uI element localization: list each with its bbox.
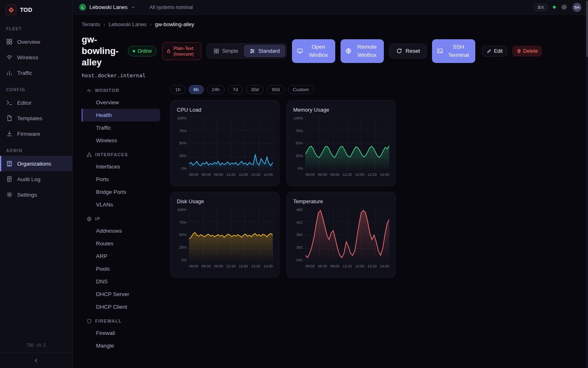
y-tick-label: 25%	[179, 246, 187, 249]
subnav-item-interfaces[interactable]: Interfaces	[82, 160, 160, 173]
subnav-item-firewall[interactable]: Firewall	[82, 327, 160, 339]
mode-standard-label: Standard	[258, 48, 280, 54]
edit-button[interactable]: Edit	[482, 46, 507, 56]
sidebar-item-label: Templates	[17, 115, 42, 121]
sidebar-item-label: Audit Log	[17, 176, 40, 182]
open-winbox-button[interactable]: Open WinBox	[292, 39, 335, 63]
x-tick-label: 09:00	[330, 264, 340, 268]
subnav-item-vlans[interactable]: VLANs	[82, 198, 160, 211]
refresh-icon	[396, 48, 402, 54]
chart-card-temperature: Temperature48C42C36C30C24C08:0008:3009:0…	[287, 192, 396, 278]
x-axis-labels: 08:0008:3009:0012:2012:5013:2014:00	[305, 173, 389, 177]
scrollbar-track[interactable]	[586, 0, 588, 368]
y-tick-label: 0%	[181, 167, 187, 171]
x-tick-label: 14:00	[380, 264, 389, 268]
topbar: L Lebowski Lanes All systems nominal ⌘K …	[73, 0, 588, 15]
x-tick-label: 14:00	[263, 264, 273, 268]
topbar-actions: ⌘K SA	[534, 3, 581, 12]
subnav-item-dns[interactable]: DNS	[82, 275, 160, 288]
sidebar-item-settings[interactable]: Settings	[0, 187, 72, 202]
time-range-1h[interactable]: 1h	[170, 85, 185, 94]
subnav-item-health[interactable]: Health	[82, 109, 160, 121]
ssh-terminal-button[interactable]: SSH Terminal	[432, 39, 475, 63]
mode-standard-option[interactable]: Standard	[244, 45, 285, 57]
breadcrumb-separator: ›	[104, 21, 105, 27]
download-icon	[6, 130, 13, 137]
terminal-icon	[6, 99, 13, 106]
command-palette-shortcut[interactable]: ⌘K	[534, 4, 548, 11]
charts-grid: CPU Load100%75%50%25%0%08:0008:3009:0012…	[170, 100, 396, 278]
content: Tenants›Lebowski Lanes›gw-bowling-alley …	[73, 15, 588, 368]
subnav-section-ip: IP	[82, 211, 160, 224]
y-tick-label: 100%	[294, 117, 303, 120]
x-tick-label: 14:00	[263, 173, 273, 177]
x-tick-label: 08:00	[305, 264, 315, 268]
breadcrumb: Tenants›Lebowski Lanes›gw-bowling-alley	[82, 21, 588, 27]
scrollbar-thumb[interactable]	[586, 1, 588, 57]
time-range-6h[interactable]: 6h	[189, 85, 204, 94]
sidebar-item-templates[interactable]: Templates	[0, 110, 72, 126]
mode-simple-option[interactable]: Simple	[208, 45, 244, 57]
tenant-selector[interactable]: L Lebowski Lanes All systems nominal	[79, 4, 193, 11]
x-tick-label: 08:30	[318, 264, 327, 268]
subnav-item-addresses[interactable]: Addresses	[82, 224, 160, 237]
time-range-7d[interactable]: 7d	[228, 85, 243, 94]
sidebar-item-organizations[interactable]: Organizations	[0, 156, 72, 171]
reset-button[interactable]: Reset	[389, 44, 427, 58]
sidebar-item-wireless[interactable]: Wireless	[0, 49, 72, 65]
charts-column: 1h6h24h7d30d90dCustom CPU Load100%75%50%…	[170, 83, 396, 352]
subnav-item-mangle[interactable]: Mangle	[82, 339, 160, 352]
time-range-90d[interactable]: 90d	[267, 85, 285, 94]
sidebar-item-firmware[interactable]: Firmware	[0, 126, 72, 141]
sidebar-item-editor[interactable]: Editor	[0, 95, 72, 110]
subnav-item-dhcp-client[interactable]: DHCP Client	[82, 301, 160, 313]
tenant-name: Lebowski Lanes	[89, 4, 127, 10]
time-range-custom[interactable]: Custom	[288, 85, 314, 94]
sidebar-item-label: Overview	[17, 39, 40, 45]
button-label: Reset	[405, 48, 420, 54]
user-avatar[interactable]: SA	[572, 3, 581, 12]
chevron-left-icon	[33, 358, 39, 364]
globe-icon	[345, 48, 352, 54]
subnav-item-overview[interactable]: Overview	[82, 96, 160, 109]
subnav-item-bridge-ports[interactable]: Bridge Ports	[82, 186, 160, 198]
disk-usage-line-chart	[189, 208, 273, 262]
subnav-item-arp[interactable]: ARP	[82, 250, 160, 263]
subnav-item-dhcp-server[interactable]: DHCP Server	[82, 288, 160, 301]
remote-winbox-button[interactable]: Remote WinBox	[341, 39, 384, 63]
subnav-item-ports[interactable]: Ports	[82, 173, 160, 186]
x-tick-label: 08:00	[189, 264, 198, 268]
app-logo-row: TOD	[0, 0, 72, 20]
x-tick-label: 12:20	[226, 264, 236, 268]
time-range-24h[interactable]: 24h	[207, 85, 225, 94]
sidebar-section-fleet: FLEET	[0, 20, 72, 34]
y-tick-label: 75%	[296, 129, 303, 133]
subnav-item-routes[interactable]: Routes	[82, 237, 160, 250]
x-axis-labels: 08:0008:3009:0012:2012:5013:2014:00	[189, 173, 273, 177]
time-range-30d[interactable]: 30d	[246, 85, 264, 94]
subnav-item-pools[interactable]: Pools	[82, 263, 160, 275]
y-axis-labels: 100%75%50%25%0%	[177, 117, 189, 171]
sidebar: TOD FLEETOverviewWirelessTrafficCONFIGEd…	[0, 0, 73, 368]
main-column: L Lebowski Lanes All systems nominal ⌘K …	[73, 0, 588, 368]
delete-button[interactable]: Delete	[512, 46, 542, 56]
sitemap-icon	[87, 152, 92, 157]
sidebar-item-traffic[interactable]: Traffic	[0, 65, 72, 81]
theme-toggle-icon[interactable]	[561, 4, 567, 10]
subnav-item-traffic[interactable]: Traffic	[82, 121, 160, 134]
subnav-section-interfaces: INTERFACES	[82, 147, 160, 160]
sidebar-item-overview[interactable]: Overview	[0, 34, 72, 49]
breadcrumb-lebowski-lanes[interactable]: Lebowski Lanes	[109, 21, 147, 27]
breadcrumb-gw-bowling-alley: gw-bowling-alley	[155, 21, 194, 27]
chevron-down-icon	[131, 5, 136, 10]
subnav-item-wireless[interactable]: Wireless	[82, 134, 160, 147]
time-range-selector: 1h6h24h7d30d90dCustom	[170, 85, 396, 94]
sidebar-item-audit-log[interactable]: Audit Log	[0, 171, 72, 187]
sidebar-collapse-button[interactable]	[0, 352, 72, 368]
y-axis-labels: 48C42C36C30C24C	[293, 208, 305, 262]
breadcrumb-tenants[interactable]: Tenants	[82, 21, 100, 27]
mode-simple-label: Simple	[222, 48, 238, 54]
sidebar-section-config: CONFIG	[0, 81, 72, 95]
y-tick-label: 0%	[181, 258, 187, 262]
x-tick-label: 08:00	[189, 173, 198, 177]
